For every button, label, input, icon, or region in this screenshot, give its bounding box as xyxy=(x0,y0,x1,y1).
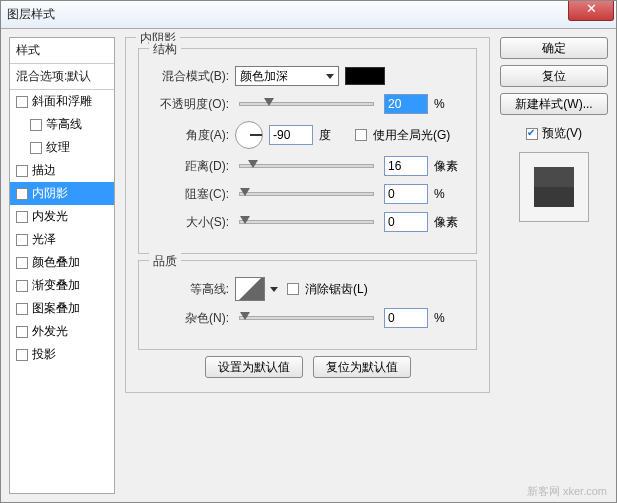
noise-label: 杂色(N): xyxy=(151,310,229,327)
sidebar-item-8[interactable]: 渐变叠加 xyxy=(10,274,114,297)
global-light-label: 使用全局光(G) xyxy=(373,127,450,144)
distance-label: 距离(D): xyxy=(151,158,229,175)
choke-slider[interactable] xyxy=(239,192,374,196)
window-title: 图层样式 xyxy=(7,6,55,23)
sidebar-item-label: 内发光 xyxy=(32,208,68,225)
structure-legend: 结构 xyxy=(149,41,181,58)
sidebar-checkbox[interactable] xyxy=(16,303,28,315)
blend-mode-value: 颜色加深 xyxy=(240,68,288,85)
sidebar-checkbox[interactable] xyxy=(30,142,42,154)
sidebar-checkbox[interactable] xyxy=(16,280,28,292)
sidebar-checkbox[interactable] xyxy=(16,96,28,108)
size-unit: 像素 xyxy=(434,214,464,231)
sidebar-item-1[interactable]: 等高线 xyxy=(10,113,114,136)
angle-input[interactable]: -90 xyxy=(269,125,313,145)
sidebar-checkbox[interactable] xyxy=(30,119,42,131)
size-label: 大小(S): xyxy=(151,214,229,231)
distance-input[interactable]: 16 xyxy=(384,156,428,176)
blend-mode-label: 混合模式(B): xyxy=(151,68,229,85)
noise-unit: % xyxy=(434,311,464,325)
sidebar-header-styles[interactable]: 样式 xyxy=(10,38,114,64)
main-panel: 内阴影 结构 混合模式(B): 颜色加深 不透明度(O): xyxy=(123,37,492,494)
sidebar-checkbox[interactable] xyxy=(16,165,28,177)
angle-unit: 度 xyxy=(319,127,349,144)
preview-label: 预览(V) xyxy=(542,125,582,142)
quality-group: 品质 等高线: 消除锯齿(L) 杂色(N): 0 % xyxy=(138,260,477,350)
sidebar-checkbox[interactable] xyxy=(16,211,28,223)
preview-box xyxy=(519,152,589,222)
ok-button[interactable]: 确定 xyxy=(500,37,608,59)
opacity-label: 不透明度(O): xyxy=(151,96,229,113)
sidebar-checkbox[interactable] xyxy=(16,349,28,361)
contour-picker[interactable] xyxy=(235,277,265,301)
distance-slider[interactable] xyxy=(239,164,374,168)
quality-legend: 品质 xyxy=(149,253,181,270)
chevron-down-icon xyxy=(326,74,334,79)
sidebar-item-9[interactable]: 图案叠加 xyxy=(10,297,114,320)
contour-label: 等高线: xyxy=(151,281,229,298)
sidebar-item-label: 颜色叠加 xyxy=(32,254,80,271)
sidebar-item-7[interactable]: 颜色叠加 xyxy=(10,251,114,274)
antialias-checkbox[interactable] xyxy=(287,283,299,295)
structure-group: 结构 混合模式(B): 颜色加深 不透明度(O): 20 % xyxy=(138,48,477,254)
new-style-button[interactable]: 新建样式(W)... xyxy=(500,93,608,115)
choke-unit: % xyxy=(434,187,464,201)
angle-label: 角度(A): xyxy=(151,127,229,144)
size-input[interactable]: 0 xyxy=(384,212,428,232)
styles-sidebar: 样式 混合选项:默认 斜面和浮雕等高线纹理描边内阴影内发光光泽颜色叠加渐变叠加图… xyxy=(9,37,115,494)
sidebar-item-label: 等高线 xyxy=(46,116,82,133)
opacity-slider[interactable] xyxy=(239,102,374,106)
right-column: 确定 复位 新建样式(W)... 预览(V) xyxy=(500,37,608,494)
sidebar-header-blend[interactable]: 混合选项:默认 xyxy=(10,64,114,90)
distance-unit: 像素 xyxy=(434,158,464,175)
preview-swatch xyxy=(534,167,574,207)
sidebar-checkbox[interactable] xyxy=(16,326,28,338)
sidebar-item-6[interactable]: 光泽 xyxy=(10,228,114,251)
sidebar-item-3[interactable]: 描边 xyxy=(10,159,114,182)
size-slider[interactable] xyxy=(239,220,374,224)
sidebar-checkbox[interactable] xyxy=(16,257,28,269)
sidebar-item-11[interactable]: 投影 xyxy=(10,343,114,366)
sidebar-item-0[interactable]: 斜面和浮雕 xyxy=(10,90,114,113)
effect-panel: 内阴影 结构 混合模式(B): 颜色加深 不透明度(O): xyxy=(125,37,490,393)
choke-label: 阻塞(C): xyxy=(151,186,229,203)
cancel-button[interactable]: 复位 xyxy=(500,65,608,87)
titlebar: 图层样式 ✕ xyxy=(1,1,616,29)
antialias-label: 消除锯齿(L) xyxy=(305,281,368,298)
sidebar-item-5[interactable]: 内发光 xyxy=(10,205,114,228)
sidebar-item-label: 图案叠加 xyxy=(32,300,80,317)
sidebar-item-label: 渐变叠加 xyxy=(32,277,80,294)
sidebar-item-label: 投影 xyxy=(32,346,56,363)
sidebar-checkbox[interactable] xyxy=(16,188,28,200)
opacity-unit: % xyxy=(434,97,464,111)
close-button[interactable]: ✕ xyxy=(568,1,614,21)
noise-slider[interactable] xyxy=(239,316,374,320)
preview-checkbox[interactable] xyxy=(526,128,538,140)
layer-style-window: 图层样式 ✕ 样式 混合选项:默认 斜面和浮雕等高线纹理描边内阴影内发光光泽颜色… xyxy=(0,0,617,503)
color-swatch[interactable] xyxy=(345,67,385,85)
sidebar-item-4[interactable]: 内阴影 xyxy=(10,182,114,205)
dialog-body: 样式 混合选项:默认 斜面和浮雕等高线纹理描边内阴影内发光光泽颜色叠加渐变叠加图… xyxy=(1,29,616,502)
global-light-checkbox[interactable] xyxy=(355,129,367,141)
sidebar-item-label: 内阴影 xyxy=(32,185,68,202)
opacity-input[interactable]: 20 xyxy=(384,94,428,114)
blend-mode-select[interactable]: 颜色加深 xyxy=(235,66,339,86)
sidebar-item-label: 斜面和浮雕 xyxy=(32,93,92,110)
watermark: 新客网 xker.com xyxy=(527,484,607,499)
set-default-button[interactable]: 设置为默认值 xyxy=(205,356,303,378)
sidebar-item-label: 外发光 xyxy=(32,323,68,340)
sidebar-item-label: 描边 xyxy=(32,162,56,179)
chevron-down-icon xyxy=(270,287,278,292)
sidebar-item-10[interactable]: 外发光 xyxy=(10,320,114,343)
reset-default-button[interactable]: 复位为默认值 xyxy=(313,356,411,378)
angle-dial[interactable] xyxy=(235,121,263,149)
sidebar-item-2[interactable]: 纹理 xyxy=(10,136,114,159)
sidebar-item-label: 纹理 xyxy=(46,139,70,156)
sidebar-item-label: 光泽 xyxy=(32,231,56,248)
choke-input[interactable]: 0 xyxy=(384,184,428,204)
noise-input[interactable]: 0 xyxy=(384,308,428,328)
sidebar-checkbox[interactable] xyxy=(16,234,28,246)
